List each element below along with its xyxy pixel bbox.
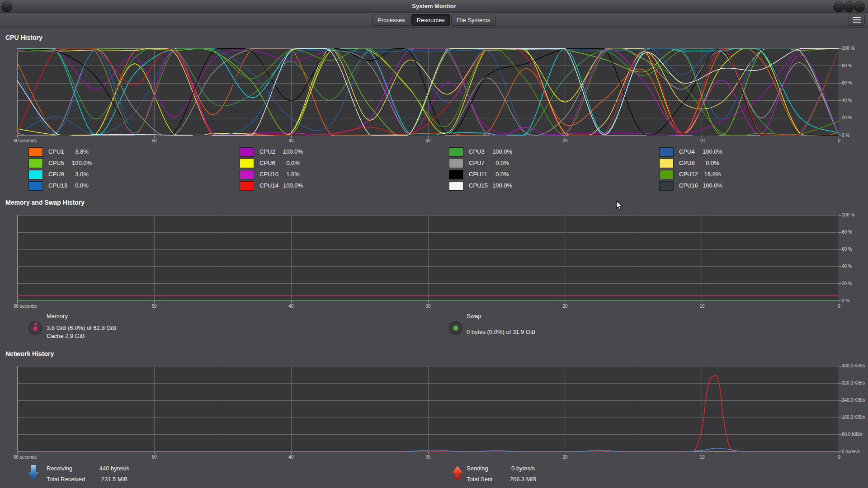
receiving-rate-value: 440 bytes/s bbox=[80, 465, 148, 472]
hamburger-icon bbox=[853, 17, 861, 18]
cpu-color-swatch[interactable] bbox=[28, 147, 43, 157]
memory-history-chart bbox=[17, 215, 842, 304]
cpu-legend-value: 100.0% bbox=[481, 148, 523, 155]
cpu-legend-item: CPU13.8% bbox=[28, 147, 137, 157]
total-received-value: 231.5 MiB bbox=[80, 476, 148, 483]
cpu-color-swatch[interactable] bbox=[659, 170, 674, 179]
x-axis-tick-label: 20 bbox=[562, 304, 567, 309]
window-button-minimize[interactable] bbox=[833, 1, 844, 12]
y-axis-tick-label: 0 % bbox=[842, 133, 868, 138]
tab-bar: Processes Resources File Systems bbox=[0, 13, 868, 28]
swap-label: Swap bbox=[467, 313, 481, 319]
total-received-label: Total Received bbox=[47, 476, 85, 483]
cpu-legend-value: 0.0% bbox=[272, 160, 314, 166]
cpu-legend-value: 0.0% bbox=[61, 182, 103, 189]
cpu-color-swatch[interactable] bbox=[240, 159, 254, 168]
y-axis-tick-label: 240.0 KiB/s bbox=[842, 398, 868, 403]
cpu-legend-item: CPU4100.0% bbox=[659, 147, 768, 157]
cpu-legend-item: CPU130.0% bbox=[28, 181, 137, 191]
y-axis-tick-label: 160.0 KiB/s bbox=[842, 415, 868, 420]
x-axis-tick-label: 50 bbox=[151, 455, 156, 460]
cpu-legend-item: CPU80.0% bbox=[659, 159, 768, 169]
x-axis-tick-label: 30 bbox=[425, 455, 430, 460]
close-icon bbox=[857, 4, 862, 9]
sending-rate-value: 0 bytes/s bbox=[492, 465, 554, 472]
cpu-legend-value: 0.0% bbox=[481, 160, 523, 166]
window-button-maximize[interactable] bbox=[844, 1, 854, 12]
y-axis-tick-label: 400.0 KiB/s bbox=[842, 363, 868, 368]
y-axis-tick-label: 0 bytes/s bbox=[842, 449, 868, 454]
window-button-close[interactable] bbox=[854, 1, 865, 12]
cpu-legend-value: 0.0% bbox=[692, 160, 733, 166]
cpu-color-swatch[interactable] bbox=[449, 181, 463, 191]
cpu-legend-item: CPU5100.0% bbox=[28, 159, 137, 169]
tab-file-systems[interactable]: File Systems bbox=[451, 14, 495, 26]
swap-gauge-icon bbox=[448, 321, 463, 335]
x-axis-tick-label: 30 bbox=[425, 304, 430, 309]
cpu-color-swatch[interactable] bbox=[28, 181, 43, 191]
y-axis-tick-label: 20 % bbox=[842, 115, 868, 120]
hamburger-menu-button[interactable] bbox=[849, 14, 865, 26]
y-axis-tick-label: 80 % bbox=[842, 230, 868, 235]
cpu-legend-value: 100.0% bbox=[692, 182, 733, 189]
cpu-color-swatch[interactable] bbox=[659, 147, 674, 157]
cpu-color-swatch[interactable] bbox=[28, 170, 43, 179]
cpu-legend-item: CPU14100.0% bbox=[240, 181, 348, 191]
x-axis-tick-label: 40 bbox=[288, 138, 293, 143]
network-history-chart bbox=[17, 366, 842, 455]
y-axis-tick-label: 320.0 KiB/s bbox=[842, 380, 868, 385]
total-sent-label: Total Sent bbox=[467, 476, 493, 483]
maximize-icon bbox=[846, 4, 852, 9]
total-sent-value: 206.3 MiB bbox=[492, 476, 554, 483]
cpu-color-swatch[interactable] bbox=[240, 170, 254, 179]
cpu-history-chart bbox=[17, 48, 842, 138]
x-axis-tick-label: 60 seconds bbox=[14, 304, 37, 309]
y-axis-tick-label: 100 % bbox=[842, 212, 868, 217]
x-axis-tick-label: 0 bbox=[838, 304, 840, 309]
cpu-legend-item: CPU70.0% bbox=[449, 159, 557, 169]
view-tabs: Processes Resources File Systems bbox=[372, 14, 495, 26]
cpu-color-swatch[interactable] bbox=[659, 159, 674, 168]
cpu-legend-value: 3.8% bbox=[61, 148, 103, 155]
x-axis-tick-label: 0 bbox=[838, 455, 840, 460]
cpu-legend-value: 1.0% bbox=[272, 171, 314, 178]
cpu-color-swatch[interactable] bbox=[28, 159, 43, 168]
y-axis-tick-label: 0 % bbox=[842, 298, 868, 303]
x-axis-tick-label: 10 bbox=[699, 304, 704, 309]
x-axis-tick-label: 30 bbox=[425, 138, 430, 143]
cpu-legend-value: 100.0% bbox=[481, 182, 523, 189]
titlebar: System Monitor bbox=[0, 0, 868, 13]
memory-label: Memory bbox=[47, 313, 68, 319]
cpu-color-swatch[interactable] bbox=[240, 147, 254, 157]
x-axis-tick-label: 10 bbox=[699, 138, 704, 143]
y-axis-tick-label: 40 % bbox=[842, 98, 868, 103]
cpu-color-swatch[interactable] bbox=[449, 170, 463, 179]
y-axis-tick-label: 80.0 KiB/s bbox=[842, 432, 868, 437]
cpu-legend-item: CPU93.0% bbox=[28, 170, 137, 180]
cpu-legend-item: CPU3100.0% bbox=[449, 147, 557, 157]
x-axis-tick-label: 50 bbox=[151, 304, 156, 309]
x-axis-tick-label: 60 seconds bbox=[14, 455, 37, 460]
mouse-cursor bbox=[616, 201, 623, 211]
cpu-color-swatch[interactable] bbox=[449, 147, 463, 157]
network-history-title: Network History bbox=[5, 350, 54, 357]
cpu-color-swatch[interactable] bbox=[240, 181, 254, 191]
tab-processes[interactable]: Processes bbox=[372, 14, 410, 26]
cpu-legend-item: CPU15100.0% bbox=[449, 181, 557, 191]
cpu-legend-item: CPU1216.8% bbox=[659, 170, 768, 180]
system-monitor-app: { "window": { "title": "System Monitor" … bbox=[0, 0, 868, 488]
cpu-color-swatch[interactable] bbox=[449, 159, 463, 168]
x-axis-tick-label: 20 bbox=[562, 138, 567, 143]
tab-resources[interactable]: Resources bbox=[411, 14, 450, 26]
memory-cache-value: Cache 2.9 GiB bbox=[47, 333, 85, 339]
cpu-history-title: CPU History bbox=[5, 34, 42, 41]
y-axis-tick-label: 40 % bbox=[842, 264, 868, 269]
cpu-legend-value: 16.8% bbox=[692, 171, 733, 178]
cpu-legend-value: 100.0% bbox=[272, 182, 314, 189]
cpu-color-swatch[interactable] bbox=[659, 181, 674, 191]
x-axis-tick-label: 10 bbox=[699, 455, 704, 460]
minimize-icon bbox=[836, 4, 841, 9]
y-axis-tick-label: 20 % bbox=[842, 281, 868, 286]
x-axis-tick-label: 0 bbox=[838, 138, 840, 143]
y-axis-tick-label: 100 % bbox=[842, 46, 868, 51]
